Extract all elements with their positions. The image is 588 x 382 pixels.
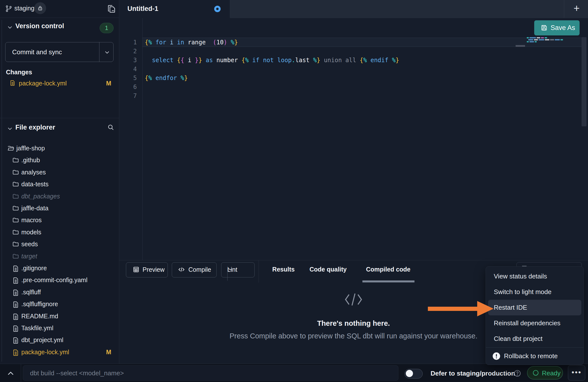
- tree-item-seeds[interactable]: seeds: [0, 238, 119, 250]
- code-text: select {{ i }} as number {% if not loop.…: [145, 56, 399, 65]
- folder-open-icon: [7, 145, 14, 151]
- branch-header: staging: [0, 0, 119, 18]
- tree-item-target[interactable]: target: [0, 250, 119, 262]
- more-options-button[interactable]: •••: [568, 365, 585, 381]
- tree-item-analyses[interactable]: analyses: [0, 166, 119, 178]
- menu-item-label: View status details: [494, 273, 547, 280]
- tree-item-label: .github: [21, 157, 40, 164]
- save-as-label: Save As: [551, 24, 575, 32]
- chevron-down-icon[interactable]: [227, 266, 233, 272]
- tree-item-macros[interactable]: macros: [0, 214, 119, 226]
- tree-item-models[interactable]: models: [0, 226, 119, 238]
- tree-item-label: .sqlfluff: [21, 289, 41, 296]
- file-icon: [12, 337, 19, 343]
- tree-item--gitignore[interactable]: .gitignore: [0, 262, 119, 274]
- line-number: 7: [119, 91, 137, 100]
- toolbar-divider: [259, 260, 259, 283]
- chevron-down-icon[interactable]: [7, 126, 13, 132]
- tab-title: Untitled-1: [127, 5, 158, 13]
- tree-item-label: dbt_project.yml: [21, 336, 63, 344]
- commit-and-sync-label: Commit and sync: [12, 48, 62, 56]
- menu-item-label: Reinstall dependencies: [494, 319, 560, 327]
- preview-label: Preview: [143, 266, 165, 273]
- tree-item-dbt-project-yml[interactable]: dbt_project.yml: [0, 334, 119, 346]
- folder-icon: [12, 229, 19, 235]
- file-icon: [12, 289, 19, 295]
- save-as-button[interactable]: Save As: [534, 20, 580, 35]
- menu-item-reinstall-dependencies[interactable]: Reinstall dependencies: [486, 315, 584, 331]
- help-icon[interactable]: [514, 370, 521, 377]
- tree-item-jaffle-data[interactable]: jaffle-data: [0, 202, 119, 214]
- pane-tab-code-quality[interactable]: Code quality: [304, 266, 352, 276]
- alert-icon: [493, 352, 500, 360]
- pane-tab-results[interactable]: Results: [268, 266, 299, 276]
- code-line-7[interactable]: 7: [119, 91, 588, 100]
- tree-item-readme-md[interactable]: README.md: [0, 310, 119, 322]
- defer-toggle[interactable]: [405, 369, 423, 379]
- folder-icon: [12, 217, 19, 223]
- code-editor[interactable]: 1{% for i in range (10) %}23 select {{ i…: [119, 18, 588, 260]
- tab-untitled-1[interactable]: Untitled-1: [119, 0, 230, 18]
- minimap-slider[interactable]: [516, 45, 525, 47]
- code-line-6[interactable]: 6: [119, 82, 588, 91]
- menu-item-switch-to-light-mode[interactable]: Switch to light mode: [486, 284, 584, 300]
- dbt-ide-app: staging Version control 1: [0, 0, 588, 382]
- pane-tab-compiled-code[interactable]: Compiled code: [357, 266, 419, 276]
- ellipsis-icon: •••: [572, 368, 582, 376]
- file-icon: [12, 349, 19, 355]
- tree-item--pre-commit-config-yaml[interactable]: .pre-commit-config.yaml: [0, 274, 119, 286]
- tree-item--sqlfluff[interactable]: .sqlfluff: [0, 286, 119, 298]
- code-line-5[interactable]: 5{% endfor %}: [119, 74, 588, 82]
- menu-item-clean-dbt-project[interactable]: Clean dbt project: [486, 331, 584, 347]
- tree-item--github[interactable]: .github: [0, 154, 119, 166]
- version-control-section: Version control 1 Commit and sync Change…: [0, 18, 119, 118]
- ready-label: Ready: [542, 369, 560, 377]
- ready-status-badge[interactable]: Ready: [527, 366, 563, 380]
- sidebar: staging Version control 1: [0, 0, 119, 364]
- tree-item-jaffle-shop[interactable]: jaffle-shop: [0, 142, 119, 154]
- code-line-4[interactable]: 4: [119, 65, 588, 74]
- folder-icon: [12, 157, 19, 163]
- menu-item-view-status-details[interactable]: View status details: [486, 269, 584, 284]
- tab-strip-divider: [564, 0, 564, 18]
- tree-item-data-tests[interactable]: data-tests: [0, 178, 119, 190]
- empty-state-title: There's nothing here.: [230, 319, 477, 327]
- changed-file-row[interactable]: package-lock.yml M: [0, 77, 119, 89]
- editor-scrollbar[interactable]: [582, 37, 587, 126]
- changes-label: Changes: [6, 69, 32, 76]
- compile-button[interactable]: Compile: [172, 262, 217, 277]
- commit-and-sync-button[interactable]: Commit and sync: [5, 42, 114, 62]
- tree-item-taskfile-yml[interactable]: Taskfile.yml: [0, 322, 119, 334]
- menu-item-restart-ide[interactable]: Restart IDE: [488, 300, 581, 315]
- git-branch-icon: [5, 5, 12, 13]
- modified-status-badge: M: [106, 349, 111, 356]
- chevron-up-icon[interactable]: [6, 369, 15, 377]
- tree-item-label: jaffle-data: [21, 205, 48, 212]
- search-icon[interactable]: [107, 124, 115, 131]
- tree-item-label: data-tests: [21, 181, 49, 188]
- changed-file-name: package-lock.yml: [19, 80, 67, 87]
- file-explorer-section: File explorer jaffle-shop.githubanalyses…: [0, 118, 119, 364]
- folder-icon: [12, 253, 19, 259]
- preview-button[interactable]: Preview: [126, 262, 168, 277]
- tree-item-package-lock-yml[interactable]: package-lock.ymlM: [0, 346, 119, 358]
- command-input[interactable]: dbt build --select <model_name>: [23, 365, 398, 381]
- ide-options-menu: View status detailsSwitch to light modeR…: [486, 266, 584, 365]
- plus-icon: +: [574, 2, 580, 14]
- code-line-2[interactable]: 2: [119, 47, 588, 56]
- new-tab-button[interactable]: +: [568, 3, 585, 15]
- code-line-3[interactable]: 3 select {{ i }} as number {% if not loo…: [119, 56, 588, 65]
- tree-item-dbt-packages[interactable]: dbt_packages: [0, 191, 119, 202]
- defer-label: Defer to staging/production: [431, 370, 515, 377]
- tree-item--sqlfluffignore[interactable]: .sqlfluffignore: [0, 298, 119, 310]
- tab-strip: Untitled-1 +: [119, 0, 588, 18]
- table-icon: [133, 266, 140, 273]
- chevron-down-icon[interactable]: [104, 49, 110, 55]
- compile-label: Compile: [188, 266, 211, 273]
- menu-item-rollback-to-remote[interactable]: Rollback to remote: [486, 348, 584, 364]
- copy-branch-icon[interactable]: [107, 4, 116, 14]
- lint-button[interactable]: Lint: [221, 262, 255, 277]
- file-icon: [12, 301, 19, 307]
- chevron-down-icon[interactable]: [7, 24, 13, 30]
- unsaved-dot-icon[interactable]: [214, 6, 221, 12]
